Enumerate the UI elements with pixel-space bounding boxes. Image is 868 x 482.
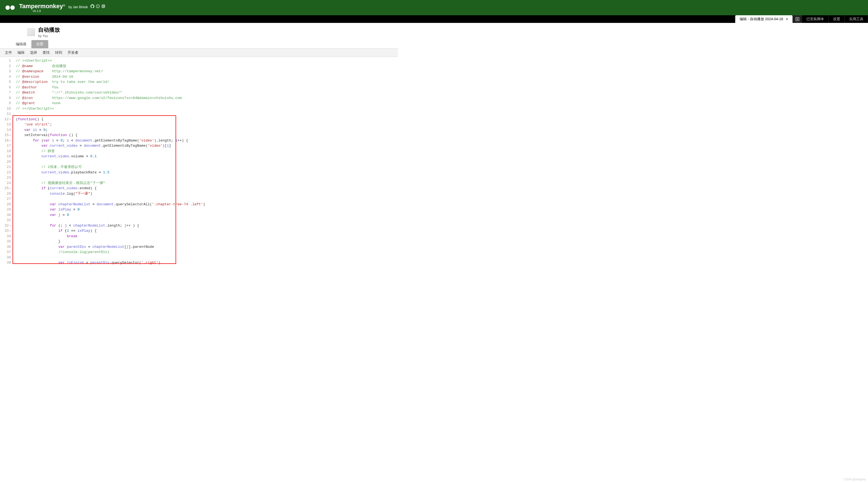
code-line[interactable]: } <box>16 239 396 244</box>
code-area[interactable]: // ==UserScript==// @name 自动播放// @namesp… <box>13 57 398 267</box>
code-line[interactable]: current_video.volume = 0.1 <box>16 154 396 159</box>
code-editor[interactable]: 123456789101112 ▾131415 ▾16 ▾17181920212… <box>0 57 398 267</box>
code-line[interactable] <box>16 255 396 260</box>
menu-edit[interactable]: 编辑 <box>18 50 25 55</box>
menu-find[interactable]: 查找 <box>42 50 50 55</box>
code-line[interactable]: var chapterNodeList = document.querySele… <box>16 202 396 207</box>
subtab-bar: 编辑器 设置 <box>0 40 398 49</box>
close-icon[interactable]: × <box>786 17 788 21</box>
code-line[interactable]: for (; j < chapterNodeList.length; j++ )… <box>16 223 396 229</box>
app-header: Tampermonkey® by Jan Biniok f v5.1.0 <box>0 0 868 15</box>
code-line[interactable]: // 静音 <box>16 149 396 154</box>
tab-bar: 编辑 - 自动播放 2024-04-16 × 已安装脚本 设置 实用工具 <box>0 15 868 23</box>
brand-reg: ® <box>63 4 65 7</box>
subtab-editor[interactable]: 编辑器 <box>11 40 31 48</box>
code-line[interactable]: if (1 == isPlay) { <box>16 228 396 234</box>
svg-text:f: f <box>98 5 98 8</box>
code-line[interactable]: //console.log(parentDiv) <box>16 249 396 255</box>
script-header: 自动播放 by You <box>0 23 398 40</box>
logo-icon <box>5 2 17 13</box>
script-icon <box>27 28 35 36</box>
code-line[interactable]: // ==UserScript== <box>16 58 396 63</box>
svg-point-3 <box>103 5 104 7</box>
tab-editor-active[interactable]: 编辑 - 自动播放 2024-04-16 × <box>735 15 793 23</box>
script-author: by You <box>38 34 60 38</box>
code-line[interactable]: for (var i = 0; i < document.getElements… <box>16 138 396 143</box>
tab-installed[interactable]: 已安装脚本 <box>802 15 829 23</box>
tab-label: 编辑 - 自动播放 2024-04-16 <box>740 17 783 22</box>
code-line[interactable]: if (current_video.ended) { <box>16 186 396 191</box>
new-tab-button[interactable] <box>793 15 802 23</box>
code-line[interactable]: var current_video = document.getElements… <box>16 143 396 149</box>
code-line[interactable]: // @match *://*.zhihuishu.com/courseVide… <box>16 90 396 95</box>
code-line[interactable]: var j = 0 <box>16 212 396 218</box>
code-line[interactable]: (function() { <box>16 117 396 122</box>
menu-goto[interactable]: 转到 <box>55 50 62 55</box>
code-line[interactable]: // @version 2024-04-16 <box>16 74 396 80</box>
code-line[interactable] <box>16 111 396 117</box>
menu-bar: 文件 编辑 选择 查找 转到 开发者 <box>0 49 398 57</box>
code-line[interactable]: var ii = 0; <box>16 127 396 133</box>
code-line[interactable]: current_video.playbackRate = 1.5 <box>16 170 396 175</box>
code-line[interactable]: var isFinish = parentDiv.querySelector('… <box>16 260 396 266</box>
instagram-icon[interactable] <box>101 4 105 8</box>
code-line[interactable]: setInterval(function () { <box>16 132 396 138</box>
tab-utilities[interactable]: 实用工具 <box>845 15 868 23</box>
code-line[interactable]: // @name 自动播放 <box>16 63 396 69</box>
code-line[interactable] <box>16 196 396 202</box>
code-line[interactable]: // @namespace http://tampermonkey.net/ <box>16 69 396 74</box>
code-line[interactable]: // @grant none <box>16 100 396 106</box>
facebook-icon[interactable]: f <box>96 4 100 8</box>
code-line[interactable]: break <box>16 234 396 239</box>
menu-dev[interactable]: 开发者 <box>68 50 78 55</box>
subtab-settings[interactable]: 设置 <box>31 40 48 48</box>
code-line[interactable]: 'use strict'; <box>16 122 396 127</box>
menu-file[interactable]: 文件 <box>5 50 12 55</box>
github-icon[interactable] <box>91 4 94 8</box>
line-gutter: 123456789101112 ▾131415 ▾16 ▾17181920212… <box>0 57 13 267</box>
brand-name: Tampermonkey <box>19 3 63 9</box>
code-line[interactable]: // 视频播放结束后，模拟点击"下一课" <box>16 180 396 186</box>
script-title: 自动播放 <box>38 26 60 33</box>
brand-block: Tampermonkey® by Jan Biniok f v5.1.0 <box>19 3 105 12</box>
svg-point-4 <box>104 5 104 5</box>
code-line[interactable]: console.log("下一课") <box>16 191 396 197</box>
code-line[interactable]: var isPlay = 0 <box>16 207 396 212</box>
code-line[interactable] <box>16 159 396 165</box>
code-line[interactable] <box>16 217 396 223</box>
code-line[interactable]: // 2倍速，不被系统认可 <box>16 164 396 170</box>
code-line[interactable]: var parentDiv = chapterNodeList[j].paren… <box>16 244 396 250</box>
code-line[interactable]: // @icon https://www.google.com/s2/favic… <box>16 95 396 101</box>
code-line[interactable]: // @author You <box>16 85 396 90</box>
code-line[interactable]: // @description try to take over the wor… <box>16 79 396 85</box>
code-line[interactable] <box>16 175 396 180</box>
brand-author: by Jan Biniok <box>68 5 88 9</box>
tab-settings[interactable]: 设置 <box>829 15 845 23</box>
menu-select[interactable]: 选择 <box>30 50 37 55</box>
code-line[interactable]: // ==/UserScript== <box>16 106 396 112</box>
